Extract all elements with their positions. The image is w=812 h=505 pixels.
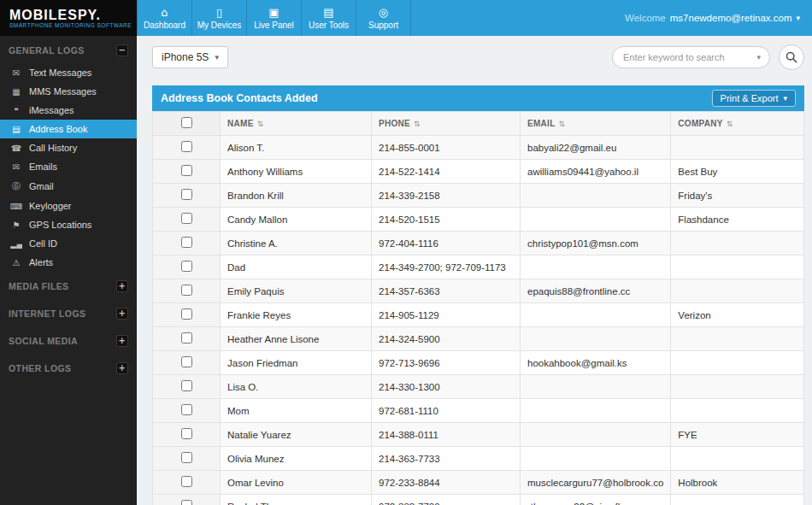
row-checkbox[interactable] xyxy=(181,261,192,272)
row-checkbox-cell xyxy=(153,279,221,303)
row-checkbox-cell xyxy=(153,447,221,471)
row-checkbox[interactable] xyxy=(181,356,192,367)
table-row: Rachel Thompsen972-338-7700rthompsen22@v… xyxy=(153,495,804,505)
table-row: Alison T.214-855-0001babyali22@gmail.eu xyxy=(153,136,804,160)
row-checkbox[interactable] xyxy=(181,332,192,344)
home-icon: ⌂ xyxy=(161,7,168,18)
cell-phone: 214-363-7733 xyxy=(372,447,521,471)
nav-item-dashboard[interactable]: ⌂Dashboard xyxy=(138,0,192,36)
nav-item-my-devices[interactable]: ▯My Devices xyxy=(192,0,247,36)
account-menu[interactable]: Welcome ms7newdemo@retinax.com ▾ xyxy=(625,0,812,36)
table-row: Brandon Krill214-339-2158Friday's xyxy=(153,184,804,208)
cell-name: Lisa O. xyxy=(221,375,372,399)
cell-name: Brandon Krill xyxy=(221,184,372,208)
cell-phone: 972-404-1116 xyxy=(372,232,521,255)
marker-icon: ⚑ xyxy=(10,220,22,230)
sidebar-section-social-media: SOCIAL MEDIA+ xyxy=(0,328,137,354)
sidebar-section-internet-logs: INTERNET LOGS+ xyxy=(0,301,137,326)
row-checkbox[interactable] xyxy=(181,476,192,487)
sidebar-section-header-other-logs[interactable]: OTHER LOGS+ xyxy=(0,355,137,381)
column-header-name[interactable]: NAME⇅ xyxy=(221,112,372,136)
sidebar-item-imessages[interactable]: ❝iMessages xyxy=(0,101,137,120)
row-checkbox[interactable] xyxy=(181,165,192,176)
row-checkbox-cell xyxy=(153,232,221,255)
sidebar-item-alerts[interactable]: ⚠Alerts xyxy=(0,253,137,272)
sidebar-item-cell-id[interactable]: ▂▄▆Cell ID xyxy=(0,234,137,253)
row-checkbox[interactable] xyxy=(181,428,192,439)
contacts-table: NAME⇅PHONE⇅EMAIL⇅COMPANY⇅ Alison T.214-8… xyxy=(152,111,804,505)
column-header-phone[interactable]: PHONE⇅ xyxy=(372,112,521,136)
select-all-checkbox[interactable] xyxy=(181,117,192,128)
expand-icon[interactable]: + xyxy=(116,362,128,374)
table-row: Jason Friedman972-713-9696hookahbook@gma… xyxy=(153,351,804,375)
nav-item-live-panel[interactable]: ▣Live Panel xyxy=(247,0,302,36)
row-checkbox[interactable] xyxy=(181,189,192,200)
sidebar-section-header-internet-logs[interactable]: INTERNET LOGS+ xyxy=(0,301,137,326)
row-checkbox[interactable] xyxy=(181,500,192,505)
sidebar-item-keylogger[interactable]: ⌨Keylogger xyxy=(0,197,137,215)
nav-item-support[interactable]: ◎Support xyxy=(356,0,411,36)
sidebar-item-text-messages[interactable]: ✉Text Messages xyxy=(0,63,137,82)
collapse-icon[interactable]: − xyxy=(116,44,128,56)
book-icon: ▤ xyxy=(10,125,22,134)
brand-tagline: SMARTPHONE MONITORING SOFTWARE xyxy=(9,22,137,28)
sidebar-section-header-social-media[interactable]: SOCIAL MEDIA+ xyxy=(0,328,137,354)
sidebar-item-gmail[interactable]: ⒼGmail xyxy=(0,176,137,197)
row-checkbox[interactable] xyxy=(181,285,192,296)
cell-name: Omar Levino xyxy=(221,471,372,495)
envelope-icon: ✉ xyxy=(10,162,22,172)
cell-email: musclecarguru77@holbrook.co xyxy=(521,471,671,495)
row-checkbox[interactable] xyxy=(181,452,192,463)
sidebar-item-emails[interactable]: ✉Emails xyxy=(0,157,137,176)
nav-item-user-tools[interactable]: ▤User Tools xyxy=(302,0,356,36)
address-book-panel: Address Book Contacts Added Print & Expo… xyxy=(152,85,804,505)
print-export-button[interactable]: Print & Export ▾ xyxy=(712,90,796,107)
sidebar-item-gps-locations[interactable]: ⚑GPS Locations xyxy=(0,215,137,234)
sidebar-section-header-media-files[interactable]: MEDIA FILES+ xyxy=(0,273,137,299)
row-checkbox[interactable] xyxy=(181,213,192,224)
row-checkbox[interactable] xyxy=(181,308,192,320)
row-checkbox[interactable] xyxy=(181,404,192,415)
brand-logo: MOBILESPY. SMARTPHONE MONITORING SOFTWAR… xyxy=(0,0,137,36)
row-checkbox[interactable] xyxy=(181,237,192,248)
column-header-label: PHONE xyxy=(379,119,410,128)
expand-icon[interactable]: + xyxy=(116,308,128,320)
select-all-cell xyxy=(153,112,221,136)
sidebar-item-mms-messages[interactable]: ▦MMS Messages xyxy=(0,82,137,101)
cell-company xyxy=(671,255,804,279)
cell-phone: 972-681-1110 xyxy=(372,399,521,423)
expand-icon[interactable]: + xyxy=(116,280,128,292)
row-checkbox[interactable] xyxy=(181,141,192,152)
sidebar-section-header-general-logs[interactable]: GENERAL LOGS− xyxy=(0,38,137,63)
cell-name: Christine A. xyxy=(221,232,372,255)
sidebar-item-call-history[interactable]: ☎Call History xyxy=(0,138,137,157)
column-header-label: EMAIL xyxy=(527,119,556,128)
column-header-company[interactable]: COMPANY⇅ xyxy=(671,112,804,136)
cell-company: Friday's xyxy=(671,184,804,208)
comment-icon: ❝ xyxy=(10,106,22,115)
search-input[interactable] xyxy=(612,46,770,68)
nav-item-label: Dashboard xyxy=(144,21,185,30)
chevron-down-icon[interactable]: ▾ xyxy=(756,53,761,62)
table-row: Frankie Reyes214-905-1129Verizon xyxy=(153,303,804,327)
sidebar-item-label: MMS Messages xyxy=(29,86,97,97)
sidebar-section-other-logs: OTHER LOGS+ xyxy=(0,355,137,381)
sort-icon: ⇅ xyxy=(257,120,264,128)
cell-company: Verizon xyxy=(671,303,804,327)
devices-icon: ▯ xyxy=(216,7,222,18)
search-button[interactable] xyxy=(779,44,804,70)
cell-phone: 214-522-1414 xyxy=(372,160,521,184)
expand-icon[interactable]: + xyxy=(116,335,128,347)
table-row: Emily Paquis214-357-6363epaquis88@frontl… xyxy=(153,279,804,303)
sort-icon: ⇅ xyxy=(727,120,733,128)
welcome-label: Welcome xyxy=(625,13,666,23)
envelope-icon: ✉ xyxy=(10,68,22,78)
sidebar-item-address-book[interactable]: ▤Address Book xyxy=(0,120,137,138)
row-checkbox-cell xyxy=(153,351,221,375)
column-header-email[interactable]: EMAIL⇅ xyxy=(521,112,671,136)
row-checkbox-cell xyxy=(153,160,221,184)
row-checkbox[interactable] xyxy=(181,380,192,391)
signal-icon: ▂▄▆ xyxy=(10,239,22,249)
cell-name: Emily Paquis xyxy=(221,279,372,303)
device-selector[interactable]: iPhone 5S ▾ xyxy=(152,46,228,68)
